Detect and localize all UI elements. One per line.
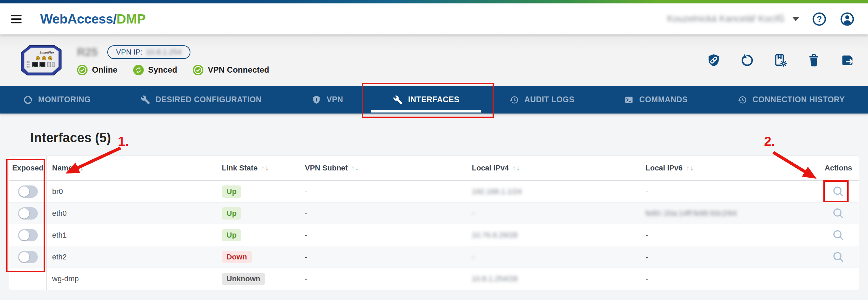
- menu-button[interactable]: [10, 12, 25, 26]
- cell-link-state: Up: [218, 224, 300, 246]
- reload-button[interactable]: [740, 53, 754, 68]
- column-label: Exposed: [12, 164, 44, 172]
- column-header-link-state[interactable]: Link State ↑↓: [218, 156, 300, 180]
- table-row-eth1: eth1Up-10.76.8.29/28-: [9, 224, 859, 246]
- column-label: Link State: [222, 164, 258, 172]
- shield-link-button[interactable]: [707, 53, 721, 68]
- vpn-subnet-value: -: [305, 274, 307, 283]
- sort-icon: ↑↓: [76, 164, 84, 172]
- toggle-knob: [19, 252, 29, 262]
- cell-local-ipv6: -: [641, 224, 818, 246]
- local-ipv4-value: 192.168.1.1/24: [472, 187, 522, 196]
- cell-actions: [818, 202, 859, 224]
- tab-interfaces[interactable]: INTERFACES: [392, 86, 461, 114]
- link-state-badge: Up: [222, 207, 241, 220]
- history-icon: [738, 95, 747, 105]
- sort-icon: ↑↓: [261, 164, 269, 172]
- cell-exposed: [9, 181, 47, 202]
- interface-name: eth1: [52, 231, 67, 240]
- reload-icon: [740, 53, 754, 68]
- tab-label: CONNECTION HISTORY: [753, 95, 845, 104]
- cell-link-state: Up: [218, 181, 300, 202]
- cell-local-ipv4: 192.168.1.1/24: [467, 181, 641, 202]
- check-circle-icon: [193, 65, 203, 75]
- tab-label: MONITORING: [38, 95, 91, 104]
- wrench-icon: [393, 95, 403, 105]
- tab-vpn[interactable]: VPN: [310, 86, 345, 114]
- exposed-toggle[interactable]: [18, 251, 38, 263]
- local-ipv6-value: -: [646, 274, 648, 283]
- tab-audit-logs[interactable]: AUDIT LOGS: [508, 86, 576, 114]
- column-header-exposed: Exposed: [9, 156, 47, 180]
- table-row-eth0: eth0Up--fe80::20a:14ff:fe98:93c2/64: [9, 202, 859, 224]
- column-header-local-ipv4[interactable]: Local IPv4 ↑↓: [467, 156, 641, 180]
- status-label: Online: [92, 65, 118, 75]
- cell-name: eth0: [47, 202, 218, 224]
- device-settings-icon: [773, 53, 788, 68]
- export-button[interactable]: [840, 53, 854, 68]
- link-state-badge: Unknown: [222, 273, 265, 285]
- detail-search-button[interactable]: [832, 185, 845, 198]
- cell-actions: [818, 246, 859, 268]
- shield-key-icon: [312, 95, 321, 105]
- local-ipv4-value: 10.8.1.254/28: [472, 274, 518, 283]
- question-circle-icon: ?: [811, 11, 827, 27]
- tab-connection-history[interactable]: CONNECTION HISTORY: [736, 86, 846, 114]
- local-ipv6-value: -: [646, 187, 648, 196]
- app-header: WebAccess/DMP Kouzelnická Kancelář Kocíf…: [0, 3, 868, 34]
- tab-label: DESIRED CONFIGURATION: [156, 95, 262, 104]
- local-ipv4-value: -: [472, 253, 474, 261]
- cell-exposed: [9, 224, 47, 246]
- logo-text-primary: WebAccess/: [40, 12, 117, 26]
- cell-vpn-subnet: -: [300, 268, 467, 290]
- interface-name: eth2: [52, 253, 67, 261]
- detail-search-button[interactable]: [832, 251, 845, 264]
- detail-search-button[interactable]: [832, 207, 845, 220]
- column-label: Name: [52, 164, 73, 172]
- cell-actions: [818, 268, 859, 290]
- cell-name: eth2: [47, 246, 218, 268]
- vpn-subnet-value: -: [305, 231, 307, 240]
- exposed-toggle[interactable]: [18, 207, 38, 220]
- device-name: R25: [77, 46, 98, 59]
- cell-link-state: Down: [218, 246, 300, 268]
- detail-search-button[interactable]: [832, 229, 845, 242]
- tab-label: COMMANDS: [639, 95, 687, 104]
- help-button[interactable]: ?: [811, 11, 827, 27]
- exposed-toggle[interactable]: [18, 229, 38, 241]
- exposed-toggle[interactable]: [18, 185, 38, 198]
- account-button[interactable]: [839, 11, 855, 27]
- status-online: Online: [77, 65, 118, 75]
- table-row-eth2: eth2Down---: [9, 246, 859, 268]
- cell-name: eth1: [47, 224, 218, 246]
- interfaces-table: Exposed Name ↑↓ Link State ↑↓ VPN Subnet…: [9, 155, 859, 290]
- cell-local-ipv4: -: [467, 246, 641, 268]
- cell-local-ipv4: -: [467, 202, 641, 224]
- status-label: Synced: [148, 65, 177, 75]
- cell-local-ipv6: fe80::20a:14ff:fe98:93c2/64: [641, 202, 818, 224]
- column-label: Local IPv6: [646, 164, 683, 172]
- tab-monitoring[interactable]: MONITORING: [22, 86, 92, 114]
- cell-exposed: [9, 246, 47, 268]
- customer-selector[interactable]: Kouzelnická Kancelář Kocífů: [667, 14, 799, 24]
- local-ipv6-value: fe80::20a:14ff:fe98:93c2/64: [646, 209, 737, 218]
- tab-desired-configuration[interactable]: DESIRED CONFIGURATION: [139, 86, 263, 114]
- interface-name: eth0: [52, 209, 67, 218]
- column-header-vpn-subnet[interactable]: VPN Subnet ↑↓: [300, 156, 467, 180]
- column-header-local-ipv6[interactable]: Local IPv6 ↑↓: [641, 156, 818, 180]
- tab-commands[interactable]: COMMANDS: [623, 86, 689, 114]
- device-bar: SmartFlex: [0, 34, 868, 86]
- device-info: R25 VPN IP: 10.8.1.254 OnlineSyncedVPN C…: [77, 45, 269, 75]
- table-row-wg-dmp: wg-dmpUnknown-10.8.1.254/28-: [9, 268, 859, 290]
- cell-name: wg-dmp: [47, 268, 218, 290]
- link-state-badge: Down: [222, 251, 252, 263]
- delete-button[interactable]: [807, 53, 821, 68]
- vpn-subnet-value: -: [305, 187, 307, 196]
- terminal-icon: [624, 95, 634, 105]
- column-header-name[interactable]: Name ↑↓: [47, 156, 218, 180]
- device-settings-button[interactable]: [773, 53, 788, 68]
- device-statuses: OnlineSyncedVPN Connected: [77, 65, 269, 75]
- status-label: VPN Connected: [208, 65, 269, 75]
- cell-name: br0: [47, 181, 218, 202]
- app-logo[interactable]: WebAccess/DMP: [40, 12, 145, 27]
